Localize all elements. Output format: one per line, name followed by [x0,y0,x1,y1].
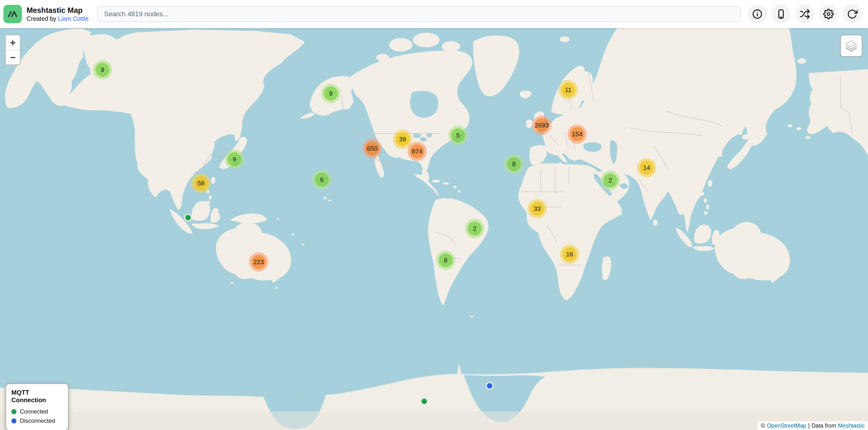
gear-icon [823,9,834,20]
cluster-marker[interactable]: 223 [249,252,268,272]
zoom-control: + − [5,34,21,65]
header: Meshtastic Map Created by Liam Cottle [0,0,868,28]
cluster-marker[interactable]: 6 [312,170,332,189]
author-link[interactable]: Liam Cottle [58,15,88,22]
cluster-count: 9 [324,87,338,100]
title-block: Meshtastic Map Created by Liam Cottle [27,6,89,23]
zoom-out-button[interactable]: − [6,50,20,64]
cluster-marker[interactable]: 2 [465,219,485,238]
cluster-marker[interactable]: 58 [191,174,211,193]
cluster-count: 16 [563,247,577,261]
layers-icon [844,39,858,53]
legend-label: Disconnected [20,418,55,424]
node-marker-disconnected[interactable] [486,382,493,390]
world-map[interactable] [0,0,868,430]
cluster-count: 650 [365,141,379,156]
legend-item-disconnected: Disconnected [11,418,63,424]
cluster-marker[interactable]: 2 [600,171,620,190]
cluster-count: 8 [507,157,521,171]
cluster-count: 154 [570,127,584,141]
app-subtitle: Created by Liam Cottle [27,15,89,22]
map-tiles [0,0,868,430]
shuffle-icon [800,9,810,20]
cluster-count: 874 [410,144,424,158]
header-buttons [748,5,862,24]
search-wrap [97,6,741,22]
cluster-count: 39 [396,132,409,146]
cluster-count: 2 [603,173,617,188]
settings-button[interactable] [819,5,838,24]
layers-control[interactable] [840,34,863,57]
zoom-in-button[interactable]: + [6,35,20,50]
subtitle-prefix: Created by [27,15,58,22]
info-icon [752,9,763,20]
cluster-marker[interactable]: 9 [225,150,244,169]
cluster-count: 8 [439,253,453,267]
mobile-device-icon [776,9,786,20]
cluster-marker[interactable]: 14 [637,158,656,177]
map-attribution: © OpenStreetMap | Data from Meshtastic [757,421,868,430]
cluster-count: 9 [95,63,110,77]
cluster-marker[interactable]: 874 [407,142,427,161]
meshtastic-logo-icon [3,5,22,23]
cluster-marker[interactable]: 33 [527,199,547,219]
cluster-marker[interactable]: 16 [560,244,579,264]
legend-item-connected: Connected [11,408,63,415]
cluster-marker[interactable]: 8 [504,155,524,174]
node-marker-connected[interactable] [421,398,428,405]
connected-dot [11,409,17,414]
node-marker-connected[interactable] [184,214,192,221]
cluster-count: 223 [252,255,266,269]
cluster-marker[interactable]: 9 [321,84,341,103]
cluster-marker[interactable]: 8 [436,251,455,270]
mqtt-legend: MQTT Connection Connected Disconnected [5,383,69,430]
cluster-count: 14 [640,161,654,175]
info-button[interactable] [748,5,767,24]
cluster-count: 33 [530,202,544,216]
cluster-count: 5 [451,128,465,142]
cluster-count: 58 [194,176,208,190]
cluster-marker[interactable]: 11 [558,80,578,100]
cluster-count: 2693 [535,118,549,132]
copyright-symbol: © [761,423,765,429]
mobile-app-button[interactable] [772,5,790,24]
cluster-marker[interactable]: 5 [448,126,468,145]
cluster-count: 9 [227,152,242,166]
cluster-count: 2 [468,222,482,236]
legend-label: Connected [20,408,48,415]
meshtastic-link[interactable]: Meshtastic [838,423,865,429]
refresh-button[interactable] [843,5,862,24]
random-node-button[interactable] [795,5,814,24]
attribution-separator: | [808,423,810,429]
search-input[interactable] [97,6,741,22]
cluster-marker[interactable]: 9 [93,60,112,79]
app-title: Meshtastic Map [27,6,89,15]
cluster-count: 6 [315,173,329,187]
openstreetmap-link[interactable]: OpenStreetMap [767,423,806,429]
cluster-marker[interactable]: 2693 [532,115,552,135]
cluster-count: 11 [561,83,575,97]
legend-title: MQTT Connection [11,389,63,404]
cluster-marker[interactable]: 154 [567,125,587,144]
data-from-text: Data from [812,423,836,429]
refresh-icon [847,9,858,20]
cluster-marker[interactable]: 650 [363,139,382,158]
disconnected-dot [11,418,17,424]
